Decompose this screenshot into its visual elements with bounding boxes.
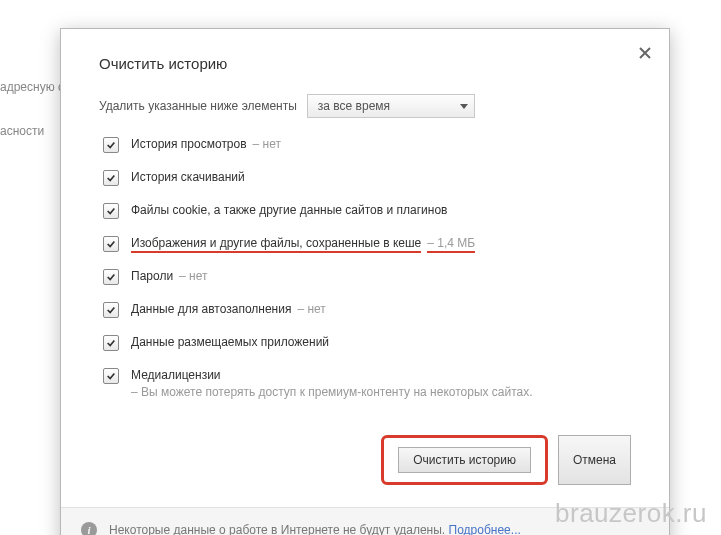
option-row: Файлы cookie, а также другие данные сайт… bbox=[103, 202, 631, 219]
option-suffix: – 1,4 МБ bbox=[427, 236, 475, 253]
checkbox[interactable] bbox=[103, 335, 119, 351]
option-text: История скачиваний bbox=[131, 169, 245, 186]
clear-history-dialog: Очистить историю Удалить указанные ниже … bbox=[60, 28, 670, 535]
option-row: Данные размещаемых приложений bbox=[103, 334, 631, 351]
option-description: – Вы можете потерять доступ к премиум-ко… bbox=[131, 384, 533, 401]
option-text: Данные размещаемых приложений bbox=[131, 334, 329, 351]
checkbox[interactable] bbox=[103, 269, 119, 285]
option-label: Данные размещаемых приложений bbox=[131, 335, 329, 349]
option-text: Данные для автозаполнения– нет bbox=[131, 301, 326, 318]
dialog-buttons: Очистить историю Отмена bbox=[61, 427, 669, 507]
dialog-title: Очистить историю bbox=[99, 55, 631, 72]
checkbox[interactable] bbox=[103, 368, 119, 384]
option-label: История просмотров bbox=[131, 137, 247, 151]
option-label: История скачиваний bbox=[131, 170, 245, 184]
option-text: Пароли– нет bbox=[131, 268, 208, 285]
option-text: Файлы cookie, а также другие данные сайт… bbox=[131, 202, 447, 219]
clear-button-highlight: Очистить историю bbox=[381, 435, 548, 485]
option-label: Изображения и другие файлы, сохраненные … bbox=[131, 236, 421, 253]
option-label: Данные для автозаполнения bbox=[131, 302, 291, 316]
option-label: Файлы cookie, а также другие данные сайт… bbox=[131, 203, 447, 217]
time-range-select[interactable]: за все время bbox=[307, 94, 475, 118]
checkbox[interactable] bbox=[103, 170, 119, 186]
clear-history-button[interactable]: Очистить историю bbox=[398, 447, 531, 473]
time-range-label: Удалить указанные ниже элементы bbox=[99, 99, 297, 113]
option-text: История просмотров– нет bbox=[131, 136, 281, 153]
option-row: Данные для автозаполнения– нет bbox=[103, 301, 631, 318]
option-text: Медиалицензии– Вы можете потерять доступ… bbox=[131, 367, 533, 401]
dialog-footer: i Некоторые данные о работе в Интернете … bbox=[61, 507, 669, 535]
footer-text: Некоторые данные о работе в Интернете не… bbox=[109, 523, 445, 535]
time-range-value: за все время bbox=[318, 99, 390, 113]
close-icon[interactable] bbox=[637, 45, 653, 61]
option-row: Медиалицензии– Вы можете потерять доступ… bbox=[103, 367, 631, 401]
options-list: История просмотров– нетИстория скачивани… bbox=[99, 136, 631, 401]
background-text: адресную с асности bbox=[0, 0, 60, 138]
option-suffix: – нет bbox=[297, 302, 325, 316]
option-label: Медиалицензии bbox=[131, 368, 221, 382]
checkbox[interactable] bbox=[103, 137, 119, 153]
learn-more-link[interactable]: Подробнее... bbox=[449, 523, 521, 535]
option-row: История скачиваний bbox=[103, 169, 631, 186]
option-text: Изображения и другие файлы, сохраненные … bbox=[131, 235, 475, 252]
checkbox[interactable] bbox=[103, 302, 119, 318]
option-row: Изображения и другие файлы, сохраненные … bbox=[103, 235, 631, 252]
cancel-button[interactable]: Отмена bbox=[558, 435, 631, 485]
bg-fragment-2: асности bbox=[0, 124, 60, 138]
option-suffix: – нет bbox=[253, 137, 281, 151]
option-suffix: – нет bbox=[179, 269, 207, 283]
info-icon: i bbox=[81, 522, 97, 535]
checkbox[interactable] bbox=[103, 236, 119, 252]
option-label: Пароли bbox=[131, 269, 173, 283]
option-row: История просмотров– нет bbox=[103, 136, 631, 153]
checkbox[interactable] bbox=[103, 203, 119, 219]
time-range-row: Удалить указанные ниже элементы за все в… bbox=[99, 94, 631, 118]
footer-text-wrap: Некоторые данные о работе в Интернете не… bbox=[109, 523, 521, 535]
bg-fragment-1: адресную с bbox=[0, 80, 60, 94]
chevron-down-icon bbox=[460, 104, 468, 109]
option-row: Пароли– нет bbox=[103, 268, 631, 285]
